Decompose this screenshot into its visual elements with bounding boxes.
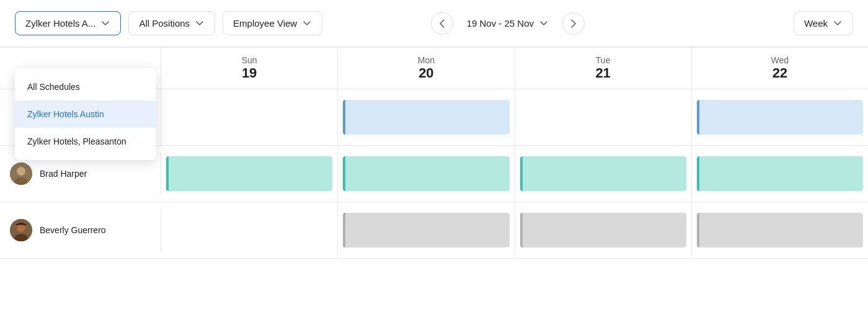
shift-block-gray[interactable]: [520, 213, 686, 248]
shift-cell-unnamed-mon[interactable]: [338, 89, 515, 145]
week-label: Week: [804, 18, 828, 29]
shift-cell-brad-sun[interactable]: [161, 146, 338, 202]
view-dropdown[interactable]: Employee View: [223, 11, 322, 35]
date-navigation: 19 Nov - 25 Nov: [431, 12, 585, 35]
shift-cell-unnamed-tue[interactable]: [515, 89, 692, 145]
chevron-down-icon: [195, 19, 205, 29]
dropdown-item-label: Zylker Hotels, Pleasanton: [27, 136, 126, 146]
shift-cell-beverly-mon[interactable]: [338, 202, 515, 258]
day-name-wed: Wed: [692, 55, 868, 65]
view-label: Employee View: [233, 18, 297, 29]
location-dropdown-menu: All Schedules Zylker Hotels Austin Zylke…: [15, 68, 156, 160]
shift-cell-brad-mon[interactable]: [338, 146, 515, 202]
positions-dropdown[interactable]: All Positions: [128, 11, 215, 35]
location-dropdown[interactable]: Zylker Hotels A...: [15, 11, 121, 35]
day-name-sun: Sun: [161, 55, 337, 65]
shift-block-blue[interactable]: [697, 100, 863, 135]
chevron-down-icon: [100, 19, 110, 29]
shift-cell-beverly-wed[interactable]: [692, 202, 868, 258]
day-header-wed: Wed 22: [692, 48, 868, 89]
day-name-mon: Mon: [338, 55, 514, 65]
location-label: Zylker Hotels A...: [25, 18, 95, 29]
shift-cell-brad-tue[interactable]: [515, 146, 692, 202]
chevron-down-icon: [539, 19, 549, 29]
day-number-sun: 19: [161, 65, 337, 81]
chevron-down-icon: [302, 19, 312, 29]
week-view-dropdown[interactable]: Week: [794, 11, 853, 35]
day-number-tue: 21: [515, 65, 691, 81]
employee-name-beverly: Beverly Guerrero: [40, 225, 106, 235]
positions-label: All Positions: [139, 18, 190, 29]
date-range-label: 19 Nov - 25 Nov: [467, 18, 534, 29]
toolbar: Zylker Hotels A... All Positions Employe…: [0, 0, 868, 47]
dropdown-item-label: All Schedules: [27, 82, 80, 92]
avatar: [10, 163, 32, 185]
shift-block-teal[interactable]: [166, 156, 332, 191]
avatar: [10, 219, 32, 241]
employee-label-beverly: Beverly Guerrero: [0, 209, 161, 251]
dropdown-item-pleasanton[interactable]: Zylker Hotels, Pleasanton: [15, 128, 156, 155]
shift-cell-unnamed-sun[interactable]: [161, 89, 338, 145]
dropdown-item-austin[interactable]: Zylker Hotels Austin: [15, 100, 156, 128]
shift-block-teal[interactable]: [697, 156, 863, 191]
prev-week-button[interactable]: [431, 12, 453, 35]
shift-cell-brad-wed[interactable]: [692, 146, 868, 202]
day-header-tue: Tue 21: [515, 48, 692, 89]
shift-block-gray[interactable]: [697, 213, 863, 248]
shift-block-gray[interactable]: [343, 213, 509, 248]
shift-cell-beverly-tue[interactable]: [515, 202, 692, 258]
shift-block-teal[interactable]: [520, 156, 686, 191]
table-row: Beverly Guerrero: [0, 202, 868, 259]
shift-block-blue[interactable]: [343, 100, 509, 135]
shift-block-teal[interactable]: [343, 156, 509, 191]
employee-name-brad: Brad Harper: [40, 169, 87, 179]
day-name-tue: Tue: [515, 55, 691, 65]
chevron-down-icon: [833, 19, 843, 29]
day-header-mon: Mon 20: [338, 48, 515, 89]
day-header-sun: Sun 19: [161, 48, 338, 89]
shift-cell-beverly-sun[interactable]: [161, 202, 338, 258]
date-range-button[interactable]: 19 Nov - 25 Nov: [459, 13, 556, 33]
dropdown-item-all[interactable]: All Schedules: [15, 73, 156, 100]
shift-cell-unnamed-wed[interactable]: [692, 89, 868, 145]
svg-point-1: [17, 167, 25, 176]
next-week-button[interactable]: [562, 12, 585, 35]
day-number-mon: 20: [338, 65, 514, 81]
day-number-wed: 22: [692, 65, 868, 81]
dropdown-item-label: Zylker Hotels Austin: [27, 109, 104, 119]
